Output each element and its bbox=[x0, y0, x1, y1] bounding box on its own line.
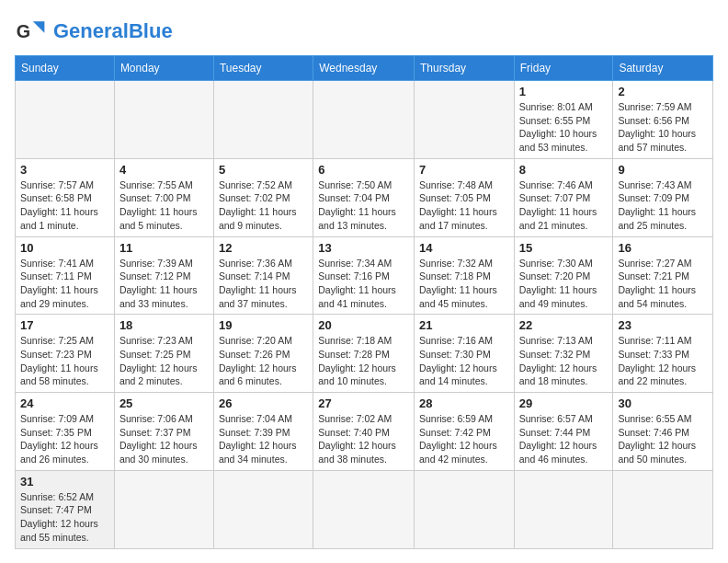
weekday-header-monday: Monday bbox=[114, 56, 213, 81]
page-header: G GeneralBlue bbox=[15, 15, 713, 48]
day-cell bbox=[313, 81, 415, 159]
day-number: 1 bbox=[519, 85, 609, 98]
day-info: Sunrise: 7:25 AM Sunset: 7:23 PM Dayligh… bbox=[20, 334, 109, 388]
day-cell bbox=[114, 470, 213, 548]
day-info: Sunrise: 8:01 AM Sunset: 6:55 PM Dayligh… bbox=[519, 100, 609, 155]
week-row-2: 3Sunrise: 7:57 AM Sunset: 6:58 PM Daylig… bbox=[16, 158, 713, 236]
day-info: Sunrise: 7:16 AM Sunset: 7:30 PM Dayligh… bbox=[419, 334, 509, 388]
day-number: 24 bbox=[20, 396, 109, 410]
day-info: Sunrise: 7:52 AM Sunset: 7:02 PM Dayligh… bbox=[219, 178, 308, 233]
day-info: Sunrise: 7:06 AM Sunset: 7:37 PM Dayligh… bbox=[119, 412, 209, 466]
day-cell: 2Sunrise: 7:59 AM Sunset: 6:56 PM Daylig… bbox=[613, 81, 713, 159]
week-row-6: 31Sunrise: 6:52 AM Sunset: 7:47 PM Dayli… bbox=[16, 470, 713, 548]
day-info: Sunrise: 7:34 AM Sunset: 7:16 PM Dayligh… bbox=[318, 257, 409, 311]
day-cell: 1Sunrise: 8:01 AM Sunset: 6:55 PM Daylig… bbox=[514, 81, 613, 159]
day-number: 21 bbox=[419, 318, 509, 332]
day-info: Sunrise: 7:30 AM Sunset: 7:20 PM Dayligh… bbox=[519, 257, 609, 311]
day-number: 28 bbox=[419, 396, 509, 410]
day-info: Sunrise: 6:52 AM Sunset: 7:47 PM Dayligh… bbox=[20, 490, 109, 545]
day-cell: 11Sunrise: 7:39 AM Sunset: 7:12 PM Dayli… bbox=[114, 236, 213, 315]
day-cell: 17Sunrise: 7:25 AM Sunset: 7:23 PM Dayli… bbox=[16, 315, 115, 393]
day-info: Sunrise: 7:20 AM Sunset: 7:26 PM Dayligh… bbox=[219, 334, 308, 388]
weekday-header-saturday: Saturday bbox=[613, 56, 713, 81]
day-cell: 3Sunrise: 7:57 AM Sunset: 6:58 PM Daylig… bbox=[16, 158, 115, 236]
day-cell bbox=[213, 470, 313, 548]
svg-marker-1 bbox=[33, 21, 45, 33]
day-cell: 26Sunrise: 7:04 AM Sunset: 7:39 PM Dayli… bbox=[213, 393, 313, 471]
day-info: Sunrise: 7:32 AM Sunset: 7:18 PM Dayligh… bbox=[419, 257, 509, 311]
day-number: 15 bbox=[519, 241, 609, 255]
weekday-header-wednesday: Wednesday bbox=[313, 56, 415, 81]
day-cell bbox=[415, 81, 515, 159]
day-cell: 8Sunrise: 7:46 AM Sunset: 7:07 PM Daylig… bbox=[514, 158, 613, 236]
day-cell bbox=[213, 81, 313, 159]
day-cell: 13Sunrise: 7:34 AM Sunset: 7:16 PM Dayli… bbox=[313, 236, 415, 315]
day-cell: 27Sunrise: 7:02 AM Sunset: 7:40 PM Dayli… bbox=[313, 393, 415, 471]
day-number: 26 bbox=[219, 396, 308, 410]
day-cell bbox=[16, 81, 115, 159]
day-cell: 29Sunrise: 6:57 AM Sunset: 7:44 PM Dayli… bbox=[514, 393, 613, 471]
day-number: 23 bbox=[618, 318, 708, 332]
day-cell: 21Sunrise: 7:16 AM Sunset: 7:30 PM Dayli… bbox=[415, 315, 515, 393]
day-cell: 31Sunrise: 6:52 AM Sunset: 7:47 PM Dayli… bbox=[16, 470, 115, 548]
logo: G GeneralBlue bbox=[15, 15, 173, 48]
day-cell bbox=[313, 470, 415, 548]
day-cell bbox=[514, 470, 613, 548]
day-number: 11 bbox=[119, 241, 209, 255]
calendar-table: SundayMondayTuesdayWednesdayThursdayFrid… bbox=[15, 55, 713, 549]
day-cell: 19Sunrise: 7:20 AM Sunset: 7:26 PM Dayli… bbox=[213, 315, 313, 393]
day-number: 20 bbox=[318, 318, 409, 332]
day-number: 2 bbox=[618, 85, 708, 98]
day-number: 30 bbox=[618, 396, 708, 410]
day-cell: 23Sunrise: 7:11 AM Sunset: 7:33 PM Dayli… bbox=[613, 315, 713, 393]
day-info: Sunrise: 7:50 AM Sunset: 7:04 PM Dayligh… bbox=[318, 178, 409, 233]
day-cell: 6Sunrise: 7:50 AM Sunset: 7:04 PM Daylig… bbox=[313, 158, 415, 236]
day-number: 29 bbox=[519, 396, 609, 410]
weekday-header-thursday: Thursday bbox=[415, 56, 515, 81]
day-cell bbox=[613, 470, 713, 548]
week-row-4: 17Sunrise: 7:25 AM Sunset: 7:23 PM Dayli… bbox=[16, 315, 713, 393]
day-info: Sunrise: 7:02 AM Sunset: 7:40 PM Dayligh… bbox=[318, 412, 409, 466]
day-info: Sunrise: 7:46 AM Sunset: 7:07 PM Dayligh… bbox=[519, 178, 609, 233]
day-cell: 14Sunrise: 7:32 AM Sunset: 7:18 PM Dayli… bbox=[415, 236, 515, 315]
day-info: Sunrise: 6:57 AM Sunset: 7:44 PM Dayligh… bbox=[519, 412, 609, 466]
day-info: Sunrise: 7:57 AM Sunset: 6:58 PM Dayligh… bbox=[20, 178, 109, 233]
svg-text:G: G bbox=[17, 21, 30, 41]
day-info: Sunrise: 7:41 AM Sunset: 7:11 PM Dayligh… bbox=[20, 257, 109, 311]
day-cell: 4Sunrise: 7:55 AM Sunset: 7:00 PM Daylig… bbox=[114, 158, 213, 236]
day-cell: 12Sunrise: 7:36 AM Sunset: 7:14 PM Dayli… bbox=[213, 236, 313, 315]
day-info: Sunrise: 7:59 AM Sunset: 6:56 PM Dayligh… bbox=[618, 100, 708, 155]
day-info: Sunrise: 7:13 AM Sunset: 7:32 PM Dayligh… bbox=[519, 334, 609, 388]
day-cell: 5Sunrise: 7:52 AM Sunset: 7:02 PM Daylig… bbox=[213, 158, 313, 236]
day-cell: 7Sunrise: 7:48 AM Sunset: 7:05 PM Daylig… bbox=[415, 158, 515, 236]
day-number: 31 bbox=[20, 475, 109, 488]
weekday-header-tuesday: Tuesday bbox=[213, 56, 313, 81]
day-number: 25 bbox=[119, 396, 209, 410]
day-info: Sunrise: 6:55 AM Sunset: 7:46 PM Dayligh… bbox=[618, 412, 708, 466]
day-info: Sunrise: 7:43 AM Sunset: 7:09 PM Dayligh… bbox=[618, 178, 708, 233]
day-cell: 28Sunrise: 6:59 AM Sunset: 7:42 PM Dayli… bbox=[415, 393, 515, 471]
day-number: 4 bbox=[119, 163, 209, 177]
day-cell: 22Sunrise: 7:13 AM Sunset: 7:32 PM Dayli… bbox=[514, 315, 613, 393]
week-row-5: 24Sunrise: 7:09 AM Sunset: 7:35 PM Dayli… bbox=[16, 393, 713, 471]
weekday-header-sunday: Sunday bbox=[16, 56, 115, 81]
logo-text: GeneralBlue bbox=[53, 21, 173, 41]
day-info: Sunrise: 7:48 AM Sunset: 7:05 PM Dayligh… bbox=[419, 178, 509, 233]
day-info: Sunrise: 7:27 AM Sunset: 7:21 PM Dayligh… bbox=[618, 257, 708, 311]
day-number: 8 bbox=[519, 163, 609, 177]
day-cell bbox=[114, 81, 213, 159]
day-number: 27 bbox=[318, 396, 409, 410]
day-info: Sunrise: 7:09 AM Sunset: 7:35 PM Dayligh… bbox=[20, 412, 109, 466]
day-number: 5 bbox=[219, 163, 308, 177]
day-number: 13 bbox=[318, 241, 409, 255]
day-number: 18 bbox=[119, 318, 209, 332]
weekday-header-row: SundayMondayTuesdayWednesdayThursdayFrid… bbox=[16, 56, 713, 81]
day-number: 14 bbox=[419, 241, 509, 255]
day-info: Sunrise: 7:39 AM Sunset: 7:12 PM Dayligh… bbox=[119, 257, 209, 311]
day-number: 19 bbox=[219, 318, 308, 332]
logo-icon: G bbox=[15, 15, 48, 48]
day-cell: 18Sunrise: 7:23 AM Sunset: 7:25 PM Dayli… bbox=[114, 315, 213, 393]
day-cell: 15Sunrise: 7:30 AM Sunset: 7:20 PM Dayli… bbox=[514, 236, 613, 315]
day-cell: 9Sunrise: 7:43 AM Sunset: 7:09 PM Daylig… bbox=[613, 158, 713, 236]
day-info: Sunrise: 7:11 AM Sunset: 7:33 PM Dayligh… bbox=[618, 334, 708, 388]
